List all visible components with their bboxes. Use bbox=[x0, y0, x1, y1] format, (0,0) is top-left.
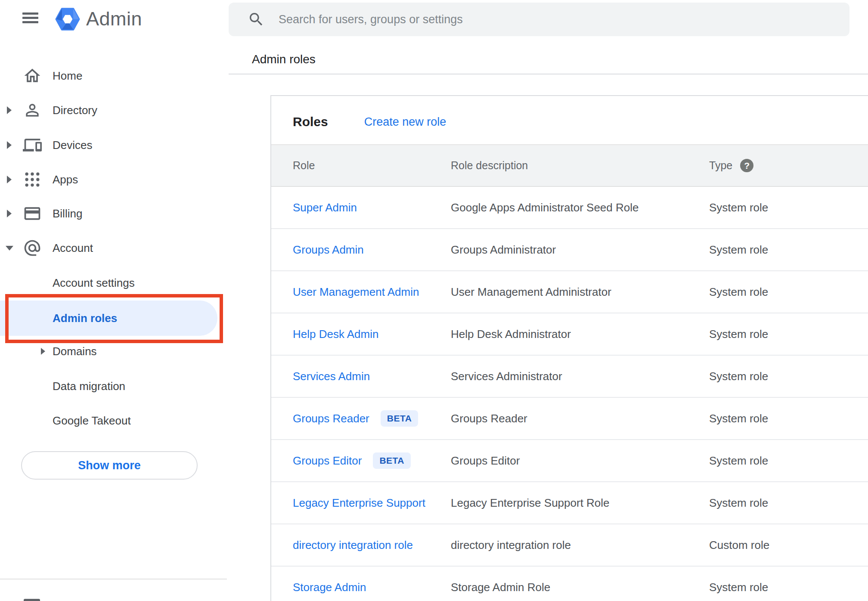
table-row: User Management Admin User Management Ad… bbox=[271, 271, 868, 313]
column-header-type: Type ? bbox=[709, 159, 868, 172]
role-description: User Management Administrator bbox=[451, 285, 709, 299]
role-link[interactable]: Super Admin bbox=[293, 201, 357, 214]
table-row: Storage Admin Storage Admin Role System … bbox=[271, 567, 868, 601]
roles-card: Roles Create new role Role Role descript… bbox=[270, 95, 868, 601]
role-description: Groups Editor bbox=[451, 454, 709, 468]
role-link[interactable]: Groups Editor bbox=[293, 454, 362, 468]
role-description: directory integration role bbox=[451, 539, 709, 552]
table-row: Groups Editor BETA Groups Editor System … bbox=[271, 440, 868, 482]
column-header-description: Role description bbox=[451, 159, 709, 172]
sidebar-item-domains[interactable]: Domains bbox=[0, 334, 227, 369]
table-header-row: Role Role description Type ? bbox=[271, 144, 868, 187]
search-bar bbox=[229, 3, 849, 36]
role-type: System role bbox=[709, 412, 868, 425]
cropped-footer-icon bbox=[24, 599, 40, 601]
role-link[interactable]: Help Desk Admin bbox=[293, 328, 378, 341]
sidebar-item-label: Account bbox=[53, 242, 93, 255]
role-link[interactable]: Groups Reader bbox=[293, 412, 369, 425]
sidebar: Admin Home Directory Devices bbox=[0, 0, 227, 601]
person-icon bbox=[23, 101, 42, 120]
devices-icon bbox=[23, 136, 42, 155]
chevron-right-icon[interactable] bbox=[7, 141, 12, 149]
chevron-right-icon[interactable] bbox=[7, 176, 12, 183]
column-header-role: Role bbox=[271, 159, 451, 172]
sidebar-item-admin-roles[interactable]: Admin roles bbox=[0, 300, 217, 336]
role-link[interactable]: Groups Admin bbox=[293, 243, 364, 257]
sidebar-item-label: Domains bbox=[53, 345, 97, 358]
role-link[interactable]: Services Admin bbox=[293, 370, 370, 383]
sidebar-item-home[interactable]: Home bbox=[0, 59, 227, 93]
search-input[interactable] bbox=[229, 3, 849, 36]
sidebar-item-data-migration[interactable]: Data migration bbox=[0, 369, 227, 403]
role-type: System role bbox=[709, 454, 868, 468]
role-type: System role bbox=[709, 285, 868, 299]
sidebar-item-label: Data migration bbox=[53, 380, 125, 393]
role-description: Help Desk Administrator bbox=[451, 328, 709, 341]
show-more-label: Show more bbox=[78, 459, 141, 472]
sidebar-item-label: Apps bbox=[53, 173, 78, 186]
sidebar-item-label: Admin roles bbox=[53, 312, 117, 325]
sidebar-item-google-takeout[interactable]: Google Takeout bbox=[0, 403, 227, 438]
role-type: System role bbox=[709, 201, 868, 214]
show-more-button[interactable]: Show more bbox=[21, 451, 198, 480]
beta-badge: BETA bbox=[381, 410, 418, 427]
role-link[interactable]: Storage Admin bbox=[293, 581, 366, 594]
admin-logo-icon bbox=[55, 7, 80, 31]
sidebar-item-label: Google Takeout bbox=[53, 414, 131, 428]
table-row: Groups Reader BETA Groups Reader System … bbox=[271, 398, 868, 440]
sidebar-item-account-settings[interactable]: Account settings bbox=[0, 266, 227, 300]
role-type: System role bbox=[709, 496, 868, 510]
role-link[interactable]: Legacy Enterprise Support bbox=[293, 496, 425, 510]
chevron-right-icon[interactable] bbox=[7, 106, 12, 114]
home-icon bbox=[23, 66, 42, 85]
header-divider bbox=[229, 74, 868, 74]
column-header-type-label: Type bbox=[709, 159, 732, 172]
role-description: Google Apps Administrator Seed Role bbox=[451, 201, 709, 214]
sidebar-item-apps[interactable]: Apps bbox=[0, 162, 227, 197]
credit-card-icon bbox=[23, 204, 42, 223]
chevron-right-icon[interactable] bbox=[7, 210, 12, 217]
sidebar-item-billing[interactable]: Billing bbox=[0, 196, 227, 231]
admin-console: Admin Home Directory Devices bbox=[0, 0, 868, 601]
sidebar-item-label: Devices bbox=[53, 139, 92, 152]
table-row: Legacy Enterprise Support Legacy Enterpr… bbox=[271, 482, 868, 524]
role-description: Storage Admin Role bbox=[451, 581, 709, 594]
sidebar-item-label: Directory bbox=[53, 104, 97, 117]
table-row: Services Admin Services Administrator Sy… bbox=[271, 356, 868, 398]
role-description: Services Administrator bbox=[451, 370, 709, 383]
role-description: Legacy Enterprise Support Role bbox=[451, 496, 709, 510]
table-row: Super Admin Google Apps Administrator Se… bbox=[271, 187, 868, 229]
role-type: System role bbox=[709, 370, 868, 383]
table-row: directory integration role directory int… bbox=[271, 524, 868, 567]
menu-icon[interactable] bbox=[22, 12, 38, 23]
role-link[interactable]: directory integration role bbox=[293, 539, 413, 552]
sidebar-item-account[interactable]: Account bbox=[0, 231, 227, 265]
breadcrumb: Admin roles bbox=[252, 53, 316, 66]
sidebar-item-label: Billing bbox=[53, 207, 82, 220]
role-description: Groups Administrator bbox=[451, 243, 709, 257]
role-link[interactable]: User Management Admin bbox=[293, 285, 419, 299]
chevron-right-icon[interactable] bbox=[41, 348, 45, 355]
sidebar-item-label: Home bbox=[53, 69, 82, 83]
at-sign-icon bbox=[23, 239, 42, 257]
chevron-down-icon[interactable] bbox=[6, 246, 13, 251]
roles-card-header: Roles Create new role bbox=[271, 96, 868, 144]
role-type: System role bbox=[709, 243, 868, 257]
role-type: System role bbox=[709, 581, 868, 594]
role-type: System role bbox=[709, 328, 868, 341]
product-name: Admin bbox=[86, 8, 142, 30]
table-row: Groups Admin Groups Administrator System… bbox=[271, 229, 868, 271]
beta-badge: BETA bbox=[373, 452, 411, 469]
create-new-role-link[interactable]: Create new role bbox=[364, 115, 446, 129]
apps-grid-icon bbox=[23, 170, 42, 189]
sidebar-footer-divider bbox=[0, 579, 227, 579]
sidebar-item-label: Account settings bbox=[53, 276, 135, 290]
table-row: Help Desk Admin Help Desk Administrator … bbox=[271, 313, 868, 356]
help-icon[interactable]: ? bbox=[740, 159, 753, 172]
sidebar-item-directory[interactable]: Directory bbox=[0, 93, 227, 127]
card-title: Roles bbox=[293, 115, 328, 129]
role-description: Groups Reader bbox=[451, 412, 709, 425]
role-type: Custom role bbox=[709, 539, 868, 552]
sidebar-item-devices[interactable]: Devices bbox=[0, 128, 227, 162]
